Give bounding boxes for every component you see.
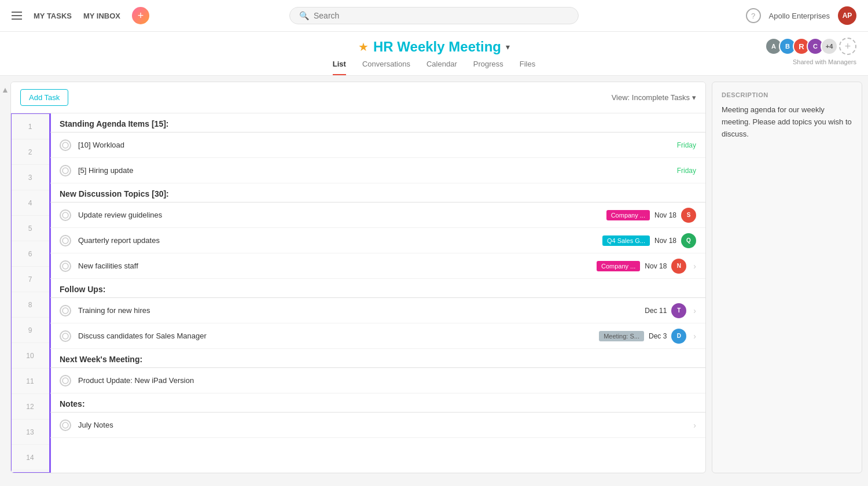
avatar-group: A B R C +4 + <box>765 38 856 55</box>
star-icon: ★ <box>358 40 369 54</box>
member-count[interactable]: +4 <box>821 38 838 55</box>
company-name: Apollo Enterprises <box>769 12 830 20</box>
svg-point-7 <box>62 378 68 384</box>
task-row: Update review guidelines Company ... Nov… <box>50 203 705 228</box>
section-followups: Follow Ups: <box>50 279 705 298</box>
task-meta-3: Friday <box>677 167 696 175</box>
help-button[interactable]: ? <box>746 8 761 23</box>
svg-point-2 <box>62 212 68 218</box>
row-num-11: 11 <box>11 369 49 394</box>
project-title-chevron[interactable]: ▾ <box>506 42 510 51</box>
task-row: Training for new hires Dec 11 T › <box>50 298 705 323</box>
row-num-2: 2 <box>11 139 49 165</box>
task-meta-7: Company ... Nov 18 N › <box>597 259 696 274</box>
svg-point-6 <box>62 333 68 339</box>
section-discussion: New Discussion Topics [30]: <box>50 183 705 203</box>
section-followups-title: Follow Ups: <box>60 285 105 294</box>
tab-progress[interactable]: Progress <box>473 60 503 75</box>
task-date-6: Nov 18 <box>654 237 676 245</box>
row-arrow-9[interactable]: › <box>693 306 696 315</box>
task-check-6[interactable] <box>60 235 71 246</box>
task-meta-5: Company ... Nov 18 S <box>606 208 696 223</box>
my-inbox-link[interactable]: MY INBOX <box>83 12 120 20</box>
project-title: HR Weekly Meeting <box>373 39 501 55</box>
row-num-13: 13 <box>11 419 49 445</box>
add-task-button[interactable]: Add Task <box>20 89 68 106</box>
task-check-7[interactable] <box>60 260 71 272</box>
hamburger-icon[interactable] <box>12 12 22 20</box>
nav-right: ? Apollo Enterprises AP <box>746 6 857 25</box>
svg-point-5 <box>62 308 68 314</box>
tab-files[interactable]: Files <box>520 60 535 75</box>
row-arrow-14[interactable]: › <box>693 421 696 430</box>
task-row: Discuss candidates for Sales Manager Mee… <box>50 323 705 349</box>
collapse-arrow[interactable]: ▲ <box>1 85 9 94</box>
top-nav: MY TASKS MY INBOX + 🔍 ? Apollo Enterpris… <box>0 0 868 32</box>
task-row: Quarterly report updates Q4 Sales G... N… <box>50 228 705 253</box>
search-input[interactable] <box>314 11 569 20</box>
task-row: [5] Hiring update Friday <box>50 158 705 183</box>
task-check-14[interactable] <box>60 419 71 431</box>
task-check-9[interactable] <box>60 305 71 316</box>
task-check-12[interactable] <box>60 375 71 386</box>
row-num-9: 9 <box>11 318 49 343</box>
section-nextweek: Next Week's Meeting: <box>50 349 705 368</box>
my-tasks-link[interactable]: MY TASKS <box>34 12 72 20</box>
project-tabs: List Conversations Calendar Progress Fil… <box>333 60 535 75</box>
task-check-10[interactable] <box>60 330 71 342</box>
svg-point-8 <box>62 422 68 428</box>
task-row: [10] Workload Friday <box>50 132 705 158</box>
tab-conversations[interactable]: Conversations <box>362 60 410 75</box>
task-container: 1 2 3 4 5 6 7 8 9 10 11 12 13 14 Standin… <box>11 113 705 473</box>
task-meta-2: Friday <box>677 141 696 149</box>
project-title-row: ★ HR Weekly Meeting ▾ <box>358 39 510 55</box>
task-toolbar: Add Task View: Incomplete Tasks ▾ <box>11 82 705 113</box>
tab-calendar[interactable]: Calendar <box>426 60 457 75</box>
row-num-14: 14 <box>11 445 49 470</box>
task-date-3: Friday <box>677 167 696 175</box>
tab-list[interactable]: List <box>333 60 346 75</box>
section-nextweek-title: Next Week's Meeting: <box>60 355 142 364</box>
task-check-2[interactable] <box>60 139 71 151</box>
task-tag-6: Q4 Sales G... <box>602 235 650 246</box>
task-avatar-5: S <box>681 208 696 223</box>
row-arrow-10[interactable]: › <box>693 332 696 341</box>
svg-point-1 <box>62 168 68 174</box>
add-member-button[interactable]: + <box>839 38 856 55</box>
section-notes-title: Notes: <box>60 399 85 408</box>
svg-point-0 <box>62 142 68 148</box>
task-check-5[interactable] <box>60 209 71 221</box>
task-name-7: New facilities staff <box>78 262 597 270</box>
task-name-6: Quarterly report updates <box>78 236 602 245</box>
view-chevron: ▾ <box>692 93 696 102</box>
task-date-9: Dec 11 <box>645 307 667 315</box>
task-name-14: July Notes <box>78 421 691 429</box>
section-standing-title: Standing Agenda Items [15]: <box>60 119 169 128</box>
task-meta-14: › <box>691 421 696 430</box>
add-button[interactable]: + <box>132 7 149 24</box>
section-notes: Notes: <box>50 393 705 413</box>
description-title: DESCRIPTION <box>722 91 852 98</box>
row-num-8: 8 <box>11 292 49 318</box>
task-meta-9: Dec 11 T › <box>645 303 696 318</box>
task-name-2: [10] Workload <box>78 141 677 149</box>
task-date-7: Nov 18 <box>645 262 667 270</box>
view-selector[interactable]: View: Incomplete Tasks ▾ <box>612 93 696 102</box>
task-date-5: Nov 18 <box>654 211 676 219</box>
row-num-6: 6 <box>11 241 49 267</box>
row-num-4: 4 <box>11 190 49 216</box>
task-meta-6: Q4 Sales G... Nov 18 Q <box>602 233 696 248</box>
right-panel: DESCRIPTION Meeting agenda for our weekl… <box>712 82 862 473</box>
search-icon: 🔍 <box>299 11 309 20</box>
shared-label: Shared with Managers <box>793 58 856 65</box>
task-meta-10: Meeting: S... Dec 3 D › <box>599 329 696 344</box>
row-arrow-7[interactable]: › <box>693 262 696 271</box>
row-numbers: 1 2 3 4 5 6 7 8 9 10 11 12 13 14 <box>11 113 50 473</box>
user-avatar[interactable]: AP <box>838 6 856 25</box>
nav-left: MY TASKS MY INBOX + <box>12 7 149 24</box>
description-text: Meeting agenda for our weekly meeting. P… <box>722 104 852 140</box>
task-name-12: Product Update: New iPad Version <box>78 376 696 385</box>
section-standing: Standing Agenda Items [15]: <box>50 113 705 132</box>
task-check-3[interactable] <box>60 165 71 176</box>
task-date-10: Dec 3 <box>649 332 667 340</box>
